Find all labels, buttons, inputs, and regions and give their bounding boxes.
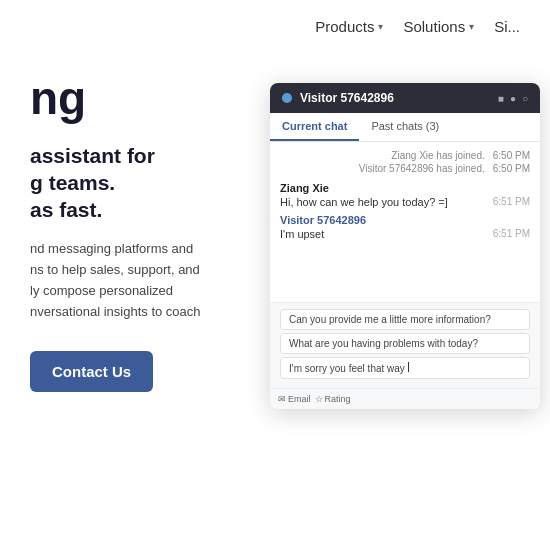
cta-contact-button[interactable]: Contact Us (30, 351, 153, 392)
chat-header-icons: ■ ● ○ (498, 93, 528, 104)
suggestion-2[interactable]: What are you having problems with today? (280, 333, 530, 354)
hero-subtitle-line2: g teams. (30, 169, 250, 196)
circle-icon[interactable]: ● (510, 93, 516, 104)
agent-name: Ziang Xie (280, 182, 530, 194)
hero-description: nd messaging platforms and ns to help sa… (30, 239, 250, 322)
visitor-message: I'm upset 6:51 PM (280, 228, 530, 240)
rating-action[interactable]: ☆ Rating (315, 394, 351, 404)
email-action[interactable]: ✉ Email (278, 394, 311, 404)
hero-left: ng assistant for g teams. as fast. nd me… (30, 73, 250, 392)
menu-icon[interactable]: ■ (498, 93, 504, 104)
nav-products[interactable]: Products ▾ (309, 14, 389, 39)
visitor-name: Visitor 57642896 (280, 214, 530, 226)
nav-solutions[interactable]: Solutions ▾ (397, 14, 480, 39)
nav-signin[interactable]: Si... (488, 14, 526, 39)
chevron-down-icon: ▾ (378, 21, 383, 32)
minimize-icon[interactable]: ○ (522, 93, 528, 104)
agent-message: Hi, how can we help you today? =] 6:51 P… (280, 196, 530, 208)
system-msg-1: Ziang Xie has joined. 6:50 PM (280, 150, 530, 161)
footer-actions: ✉ Email ☆ Rating (278, 394, 351, 404)
hero-subtitle-line3: as fast. (30, 196, 250, 223)
email-icon: ✉ (278, 394, 286, 404)
navbar: Products ▾ Solutions ▾ Si... (0, 0, 550, 53)
chat-messages: Ziang Xie has joined. 6:50 PM Visitor 57… (270, 142, 540, 302)
visitor-id-label: Visitor 57642896 (300, 91, 394, 105)
nav-products-label: Products (315, 18, 374, 35)
nav-signin-label: Si... (494, 18, 520, 35)
hero-section: ng assistant for g teams. as fast. nd me… (0, 53, 550, 429)
system-msg-2: Visitor 57642896 has joined. 6:50 PM (280, 163, 530, 174)
status-dot (282, 93, 292, 103)
text-cursor (408, 362, 409, 372)
hero-subtitle-line1: assistant for (30, 142, 250, 169)
chat-suggestions: Can you provide me a little more informa… (270, 302, 540, 388)
hero-title: ng (30, 73, 250, 124)
chat-window: Visitor 57642896 ■ ● ○ Current chat Past… (270, 83, 540, 409)
suggestion-3[interactable]: I'm sorry you feel that way (280, 357, 530, 379)
suggestion-1[interactable]: Can you provide me a little more informa… (280, 309, 530, 330)
chat-tabs: Current chat Past chats (3) (270, 113, 540, 142)
tab-past-chats[interactable]: Past chats (3) (359, 113, 451, 141)
star-icon: ☆ (315, 394, 323, 404)
nav-solutions-label: Solutions (403, 18, 465, 35)
chat-footer: ✉ Email ☆ Rating (270, 388, 540, 409)
tab-current-chat[interactable]: Current chat (270, 113, 359, 141)
chevron-down-icon-2: ▾ (469, 21, 474, 32)
chat-header: Visitor 57642896 ■ ● ○ (270, 83, 540, 113)
hero-right: Visitor 57642896 ■ ● ○ Current chat Past… (270, 83, 540, 409)
hero-subtitle: assistant for g teams. as fast. (30, 142, 250, 224)
